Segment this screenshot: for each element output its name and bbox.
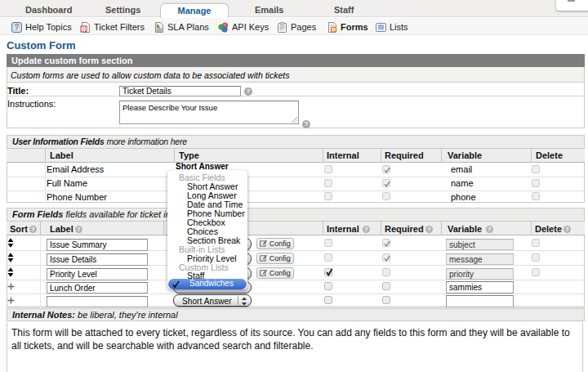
- svg-text:?: ?: [14, 23, 19, 32]
